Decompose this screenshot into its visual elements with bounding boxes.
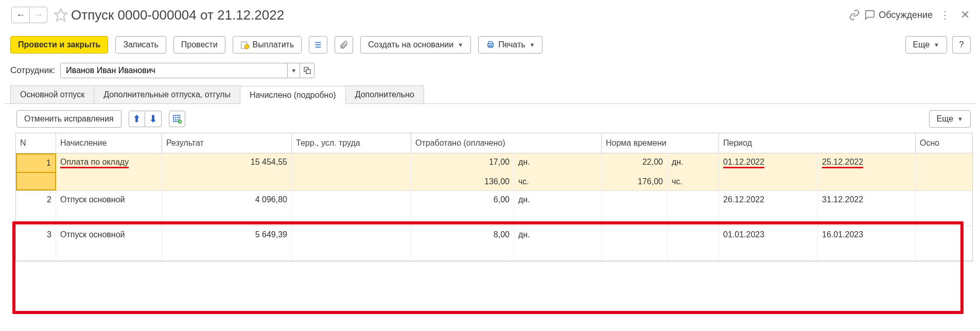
- print-label: Печать: [498, 40, 525, 49]
- table-add-icon: [172, 114, 182, 124]
- post-button[interactable]: Провести: [173, 36, 225, 54]
- close-icon[interactable]: ✕: [957, 8, 973, 22]
- employee-field[interactable]: [61, 63, 287, 78]
- col-worked[interactable]: Отработано (оплачено): [411, 133, 602, 153]
- grid-header-row: N Начисление Результат Терр., усл. труда…: [16, 133, 972, 153]
- list-button[interactable]: [309, 36, 327, 54]
- table-row[interactable]: 3 Отпуск основной 5 649,39 8,00 дн. 01.0…: [16, 226, 972, 261]
- cell-result: 5 649,39: [162, 226, 292, 260]
- cell-worked-days: 8,00: [411, 226, 514, 260]
- more-label: Еще: [913, 40, 930, 49]
- cell-n: [16, 173, 56, 190]
- cell-norm-days-unit: дн.: [668, 153, 719, 173]
- cell-accrual: [56, 173, 162, 190]
- chevron-down-icon: ▼: [458, 42, 463, 48]
- cell-norm-days: [602, 191, 668, 225]
- kebab-menu-icon[interactable]: ⋮: [937, 9, 953, 21]
- sub-more-button[interactable]: Еще▼: [929, 110, 971, 128]
- discussion-button[interactable]: Обсуждение: [864, 9, 933, 21]
- cell-worked-days-unit: дн.: [514, 226, 602, 260]
- cell-result: 15 454,55: [162, 153, 292, 173]
- chevron-down-icon: ▼: [934, 42, 939, 48]
- payout-icon: [240, 40, 250, 49]
- cell-period-from: 26.12.2022: [719, 191, 818, 225]
- col-norm[interactable]: Норма времени: [602, 133, 719, 153]
- tab-accrued-detail[interactable]: Начислено (подробно): [240, 86, 346, 104]
- move-up-button[interactable]: ⬆: [129, 111, 145, 127]
- tab-additional[interactable]: Дополнительно: [345, 85, 424, 103]
- col-territory[interactable]: Терр., усл. труда: [292, 133, 411, 153]
- favorite-star-icon[interactable]: [54, 8, 68, 22]
- cell-period-from: [719, 173, 818, 190]
- cell-n: 3: [16, 226, 56, 260]
- table-row[interactable]: 2 Отпуск основной 4 096,80 6,00 дн. 26.1…: [16, 191, 972, 226]
- cell-worked-hours: 136,00: [411, 173, 514, 190]
- cell-territory: [292, 153, 411, 173]
- nav-forward-button[interactable]: →: [29, 7, 47, 23]
- cell-period-to: 25.12.2022: [818, 153, 916, 173]
- employee-dropdown-button[interactable]: ▼: [287, 63, 300, 78]
- chevron-down-icon: ▼: [530, 42, 535, 48]
- create-based-on-button[interactable]: Создать на основании▼: [360, 36, 471, 54]
- cell-territory: [292, 226, 411, 260]
- nav-back-button[interactable]: ←: [12, 7, 29, 23]
- table-row[interactable]: 136,00 чс. 176,00 чс.: [16, 173, 972, 191]
- record-button[interactable]: Записать: [115, 36, 166, 54]
- col-basis[interactable]: Осно: [916, 133, 972, 153]
- cell-norm-hours: 176,00: [602, 173, 668, 190]
- help-button[interactable]: ?: [952, 36, 971, 54]
- period-from-text: 01.12.2022: [723, 158, 764, 168]
- cell-worked-days: 6,00: [411, 191, 514, 225]
- table-row[interactable]: 1 Оплата по окладу 15 454,55 17,00 дн. 2…: [16, 153, 972, 173]
- col-result[interactable]: Результат: [162, 133, 292, 153]
- cell-period-from: 01.12.2022: [719, 153, 818, 173]
- cell-worked-days: 17,00: [411, 153, 514, 173]
- svg-marker-0: [55, 9, 66, 21]
- cell-worked-days-unit: дн.: [514, 153, 602, 173]
- cell-basis: [916, 191, 972, 225]
- cell-accrual: Отпуск основной: [56, 226, 162, 260]
- chat-icon: [864, 9, 876, 21]
- printer-icon: [486, 41, 495, 49]
- sub-more-label: Еще: [937, 114, 954, 124]
- tab-additional-vacation[interactable]: Дополнительные отпуска, отгулы: [94, 85, 240, 103]
- cell-territory: [292, 173, 411, 190]
- cell-norm-days: [602, 226, 668, 260]
- arrow-up-icon: ⬆: [133, 113, 141, 125]
- col-accrual[interactable]: Начисление: [56, 133, 162, 153]
- add-columns-button[interactable]: [169, 111, 185, 127]
- tab-main-vacation[interactable]: Основной отпуск: [10, 85, 94, 103]
- move-down-button[interactable]: ⬇: [145, 111, 162, 127]
- print-button[interactable]: Печать▼: [478, 36, 542, 54]
- cell-norm-hours-unit: чс.: [668, 173, 719, 190]
- cell-norm-days-unit: [668, 226, 719, 260]
- cell-basis: [916, 173, 972, 190]
- cell-result: 4 096,80: [162, 191, 292, 225]
- col-n[interactable]: N: [16, 133, 56, 153]
- page-title: Отпуск 0000-000004 от 21.12.2022: [71, 7, 284, 23]
- accrual-grid: N Начисление Результат Терр., усл. труда…: [15, 133, 973, 262]
- accrual-text: Оплата по окладу: [60, 158, 129, 168]
- post-and-close-button[interactable]: Провести и закрыть: [10, 36, 108, 54]
- more-button[interactable]: Еще▼: [905, 36, 947, 54]
- link-icon[interactable]: [849, 9, 860, 21]
- svg-point-2: [244, 44, 249, 49]
- cell-worked-days-unit: дн.: [514, 191, 602, 225]
- cancel-corrections-button[interactable]: Отменить исправления: [16, 110, 121, 128]
- payout-label: Выплатить: [253, 40, 294, 49]
- nav-arrows: ← →: [11, 7, 47, 23]
- col-period[interactable]: Период: [719, 133, 916, 153]
- move-row-group: ⬆ ⬇: [129, 111, 162, 127]
- employee-combo: ▼: [60, 63, 314, 78]
- tab-bar: Основной отпуск Дополнительные отпуска, …: [4, 85, 976, 104]
- attach-button[interactable]: [335, 36, 353, 54]
- cell-n: 1: [16, 153, 56, 173]
- payout-button[interactable]: Выплатить: [233, 36, 302, 54]
- cell-n: 2: [16, 191, 56, 225]
- chevron-down-icon: ▼: [957, 116, 963, 122]
- cell-norm-days-unit: [668, 191, 719, 225]
- cell-result: [162, 173, 292, 190]
- open-icon: [304, 67, 311, 74]
- svg-rect-10: [306, 69, 310, 74]
- employee-open-button[interactable]: [300, 63, 314, 78]
